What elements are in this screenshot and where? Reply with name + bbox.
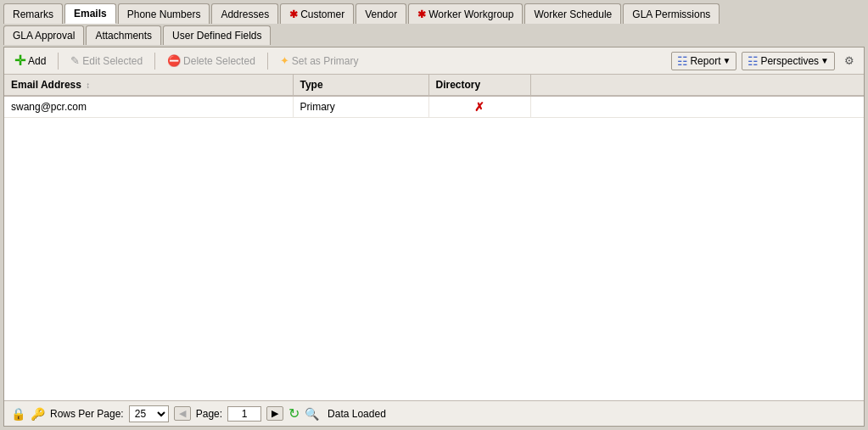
- x-mark-icon: ✗: [474, 100, 484, 114]
- tab-attachments[interactable]: Attachments: [86, 25, 161, 45]
- tab-label-addresses: Addresses: [221, 8, 269, 20]
- page-input[interactable]: [227, 406, 261, 422]
- separator-1: [58, 53, 59, 70]
- extra-header: [530, 75, 864, 96]
- perspectives-dropdown-arrow: ▼: [820, 56, 829, 65]
- next-page-button[interactable]: ▶: [266, 406, 283, 421]
- edit-label: Edit Selected: [82, 55, 143, 67]
- tab-row-2: GLA ApprovalAttachmentsUser Defined Fiel…: [3, 25, 865, 45]
- tab-remarks[interactable]: Remarks: [3, 3, 63, 24]
- primary-label: Set as Primary: [292, 55, 359, 67]
- rows-per-page-label: Rows Per Page:: [50, 408, 124, 420]
- edit-selected-button[interactable]: ✎ Edit Selected: [65, 53, 148, 69]
- tab-label-phone-numbers: Phone Numbers: [127, 8, 201, 20]
- report-icon: ☷: [677, 54, 688, 68]
- delete-icon: ⛔: [167, 54, 181, 67]
- gear-icon: ⚙: [844, 54, 854, 67]
- tab-customer[interactable]: ✱Customer: [280, 3, 354, 24]
- tab-label-attachments: Attachments: [95, 30, 152, 42]
- tab-label-worker-workgroup: Worker Workgroup: [428, 8, 513, 20]
- status-label: Data Loaded: [328, 408, 386, 420]
- sort-arrow-email: ↕: [86, 81, 90, 90]
- delete-selected-button[interactable]: ⛔ Delete Selected: [162, 53, 260, 69]
- add-button[interactable]: ✛ Add: [9, 51, 51, 70]
- tab-emails[interactable]: Emails: [64, 3, 116, 24]
- tab-label-vendor: Vendor: [365, 8, 397, 20]
- table-area: Email Address ↕ Type Directory swang@pcr…: [4, 75, 864, 400]
- report-button[interactable]: ☷ Report ▼: [671, 52, 736, 70]
- delete-label: Delete Selected: [183, 55, 255, 67]
- footer: 🔒 🔑 Rows Per Page: 25 50 100 ◀ Page: ▶ ↻…: [4, 400, 864, 426]
- tab-label-remarks: Remarks: [13, 8, 53, 20]
- tab-label-user-defined-fields: User Defined Fields: [172, 30, 261, 42]
- tab-label-emails: Emails: [74, 8, 107, 20]
- rows-per-page-select[interactable]: 25 50 100: [129, 405, 169, 422]
- directory-header[interactable]: Directory: [428, 75, 530, 96]
- extra-cell-0: [530, 96, 864, 118]
- report-dropdown-arrow: ▼: [722, 56, 731, 65]
- separator-3: [267, 53, 268, 70]
- tab-label-worker-schedule: Worker Schedule: [534, 8, 612, 20]
- tab-worker-schedule[interactable]: Worker Schedule: [524, 3, 621, 24]
- tab-gla-permissions[interactable]: GLA Permissions: [623, 3, 720, 24]
- toolbar: ✛ Add ✎ Edit Selected ⛔ Delete Selected …: [4, 47, 864, 75]
- tab-user-defined-fields[interactable]: User Defined Fields: [163, 25, 271, 45]
- type-cell-0: Primary: [293, 96, 428, 118]
- outer-container: RemarksEmailsPhone NumbersAddresses✱Cust…: [0, 0, 868, 430]
- key-icon: 🔑: [31, 407, 45, 421]
- tab-asterisk-worker-workgroup: ✱: [417, 8, 426, 20]
- directory-cell-0: ✗: [428, 96, 530, 118]
- tab-phone-numbers[interactable]: Phone Numbers: [118, 3, 210, 24]
- type-header[interactable]: Type: [293, 75, 428, 96]
- email-cell-0: swang@pcr.com: [4, 96, 293, 118]
- tab-worker-workgroup[interactable]: ✱Worker Workgroup: [408, 3, 523, 24]
- tab-vendor[interactable]: Vendor: [356, 3, 406, 24]
- main-panel: ✛ Add ✎ Edit Selected ⛔ Delete Selected …: [3, 47, 865, 427]
- page-label: Page:: [196, 408, 222, 420]
- refresh-icon[interactable]: ↻: [288, 405, 300, 422]
- tab-addresses[interactable]: Addresses: [211, 3, 278, 24]
- tab-gla-approval[interactable]: GLA Approval: [3, 25, 84, 45]
- set-primary-button[interactable]: ✦ Set as Primary: [275, 53, 364, 69]
- tab-asterisk-customer: ✱: [289, 8, 298, 20]
- perspectives-label: Perspectives: [760, 55, 819, 67]
- tab-label-gla-permissions: GLA Permissions: [632, 8, 710, 20]
- emails-table: Email Address ↕ Type Directory swang@pcr…: [4, 75, 864, 118]
- search-icon[interactable]: 🔍: [305, 407, 319, 421]
- tab-label-gla-approval: GLA Approval: [13, 30, 75, 42]
- add-icon: ✛: [14, 53, 25, 69]
- prev-page-button[interactable]: ◀: [174, 406, 191, 421]
- table-row[interactable]: swang@pcr.comPrimary✗: [4, 96, 864, 118]
- tab-label-customer: Customer: [300, 8, 344, 20]
- edit-icon: ✎: [70, 54, 80, 67]
- star-icon: ✦: [280, 54, 289, 67]
- separator-2: [154, 53, 155, 70]
- email-address-header[interactable]: Email Address ↕: [4, 75, 293, 96]
- add-label: Add: [28, 55, 46, 67]
- lock-icon: 🔒: [11, 407, 25, 421]
- report-label: Report: [690, 55, 720, 67]
- table-header-row: Email Address ↕ Type Directory: [4, 75, 864, 96]
- perspectives-icon: ☷: [748, 54, 759, 68]
- gear-button[interactable]: ⚙: [840, 53, 859, 69]
- perspectives-button[interactable]: ☷ Perspectives ▼: [742, 52, 835, 70]
- tab-row-1: RemarksEmailsPhone NumbersAddresses✱Cust…: [3, 3, 865, 24]
